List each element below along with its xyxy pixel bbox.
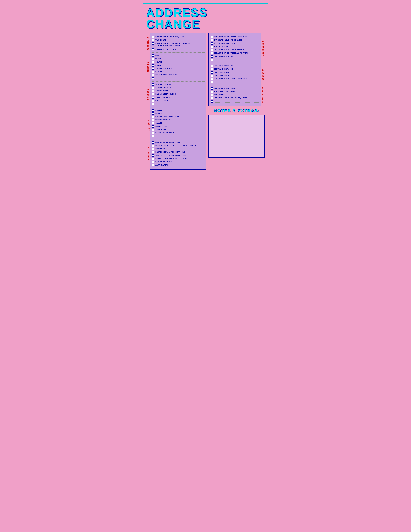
list-item: CHILDREN'S PHYSICIAN	[152, 115, 204, 118]
list-item: MAGAZINES	[211, 94, 259, 96]
right-checklist-wrapper: GOVERNMENT DEPARTMENT OF MOTOR VEHICLES …	[208, 33, 261, 106]
notes-line-7[interactable]	[211, 150, 262, 155]
checkbox[interactable]	[152, 125, 154, 128]
checkbox[interactable]	[211, 68, 213, 70]
checkbox[interactable]	[152, 132, 154, 134]
list-item: FRIENDS AND FAMILY	[152, 48, 204, 50]
notes-line-5[interactable]	[211, 139, 262, 144]
checkbox[interactable]	[152, 90, 154, 92]
list-item: CAR INSURANCE	[211, 74, 259, 77]
list-item	[211, 81, 259, 83]
list-item: BABYSITTER	[152, 125, 204, 128]
checkbox[interactable]	[211, 91, 213, 93]
notes-line-2[interactable]	[211, 123, 262, 127]
utilities-section: UTILITIES GAS WATER SEWAGE POWER INTERNE…	[152, 53, 205, 82]
checkbox[interactable]	[152, 42, 154, 45]
utilities-label: UTILITIES	[147, 62, 149, 72]
checkbox[interactable]	[152, 113, 154, 115]
checkbox[interactable]	[152, 122, 154, 124]
checkbox[interactable]	[152, 161, 154, 163]
checkbox[interactable]	[152, 77, 154, 79]
checkbox[interactable]	[211, 39, 213, 41]
checkbox[interactable]	[152, 154, 154, 157]
checkbox[interactable]	[211, 78, 213, 80]
insurance-section: INSURANCE HEALTH INSURANCE DENTAL INSURA…	[210, 63, 259, 86]
checkbox[interactable]	[152, 129, 154, 131]
checkbox[interactable]	[211, 46, 213, 48]
checkbox[interactable]	[152, 84, 154, 86]
list-item: SUBSCRIPTION BOXES	[211, 90, 259, 93]
checkbox[interactable]	[152, 55, 154, 57]
checkbox[interactable]	[152, 96, 154, 99]
checkbox[interactable]	[152, 141, 154, 144]
checkbox[interactable]	[152, 61, 154, 63]
checkbox[interactable]	[152, 39, 154, 41]
checkbox[interactable]	[211, 81, 213, 83]
list-item: SHOPPING (AMAZON, ETC.)	[152, 141, 204, 144]
checkbox[interactable]	[152, 116, 154, 118]
checkbox[interactable]	[152, 100, 154, 102]
checkbox[interactable]	[152, 74, 154, 76]
notes-line-4[interactable]	[211, 133, 262, 138]
checkbox[interactable]	[152, 119, 154, 121]
checkbox[interactable]	[152, 151, 154, 153]
checkbox[interactable]	[211, 42, 213, 45]
checkbox[interactable]	[152, 164, 154, 166]
checkbox[interactable]	[152, 145, 154, 147]
list-item: DEPARTMENT OF VETERAN AFFAIRS	[211, 52, 259, 54]
right-panel: GOVERNMENT DEPARTMENT OF MOTOR VEHICLES …	[208, 33, 265, 170]
checkbox[interactable]	[152, 93, 154, 95]
list-item: ALMA MATERS	[152, 164, 204, 166]
checkbox[interactable]	[152, 148, 154, 150]
essentials-label: ESSENTIALS	[147, 37, 149, 50]
checkbox[interactable]	[211, 75, 213, 77]
checkbox[interactable]	[211, 52, 213, 54]
checkbox[interactable]	[211, 36, 213, 38]
checkbox[interactable]	[152, 58, 154, 60]
government-label: GOVERNMENT	[262, 41, 264, 56]
checkbox[interactable]	[211, 59, 213, 61]
checkbox[interactable]	[211, 56, 213, 58]
list-item: HEALTH INSURANCE	[211, 65, 259, 67]
subscriptions-label: SUBSCRIPTIONS	[262, 87, 264, 103]
checkbox[interactable]	[211, 94, 213, 96]
checkbox[interactable]	[211, 87, 213, 90]
checkbox[interactable]	[152, 36, 154, 38]
list-item: TAX FORMS	[152, 39, 204, 41]
page-title: ADDRESS CHANGE	[146, 7, 265, 30]
notes-box[interactable]	[208, 115, 265, 158]
checkbox[interactable]	[152, 135, 154, 137]
checkbox[interactable]	[211, 49, 213, 51]
notes-section: NOTES & EXTRAS:	[208, 108, 265, 170]
list-item: STUDENT LOANS	[152, 83, 204, 86]
insurance-label: INSURANCE	[262, 68, 264, 80]
checkbox[interactable]	[211, 97, 213, 99]
checkbox[interactable]	[152, 158, 154, 160]
checkbox[interactable]	[152, 103, 154, 105]
list-item	[211, 100, 259, 103]
list-item: PROFESSIONAL ASSOCIATIONS	[152, 151, 204, 153]
memberships-label: MEMBERSHIPS	[147, 147, 149, 161]
notes-line-3[interactable]	[211, 128, 262, 133]
list-item	[152, 77, 204, 79]
checkbox[interactable]	[152, 71, 154, 73]
list-item: LIFE INSURANCE	[211, 71, 259, 74]
checkbox[interactable]	[152, 64, 154, 66]
checkbox[interactable]	[211, 100, 213, 103]
checkbox[interactable]	[211, 65, 213, 67]
list-item	[152, 135, 204, 137]
list-item: EMPLOYER: PAYCHECKS, ETC.	[152, 36, 204, 38]
list-item: CITIZENSHIP & IMMIGRATION	[211, 48, 259, 51]
checkbox[interactable]	[152, 67, 154, 70]
checkbox[interactable]	[152, 109, 154, 112]
list-item	[211, 58, 259, 61]
notes-line-6[interactable]	[211, 144, 262, 149]
checkbox[interactable]	[152, 87, 154, 89]
notes-title: NOTES & EXTRAS:	[208, 108, 265, 113]
checkbox[interactable]	[211, 71, 213, 74]
subscriptions-section: SUBSCRIPTIONS STREAMING SERVICES SUBSCRI…	[210, 86, 259, 104]
notes-line-1[interactable]	[211, 117, 262, 122]
list-item: SOCIAL SECURITY	[211, 45, 259, 48]
checkbox[interactable]	[152, 48, 154, 50]
finances-section: FINANCES STUDENT LOANS FINANCIAL AID INV…	[152, 82, 205, 107]
